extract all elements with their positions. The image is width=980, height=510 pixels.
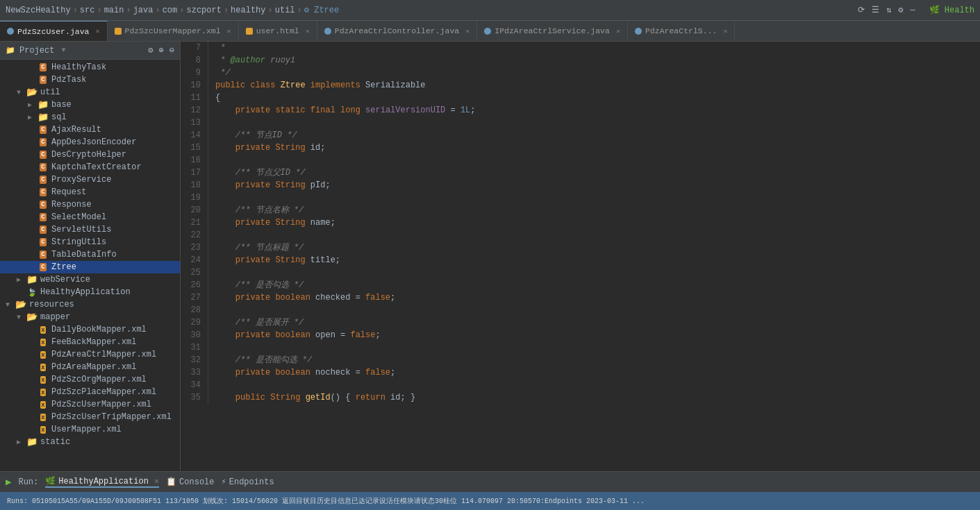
sidebar-item-Ztree[interactable]: C Ztree [0,261,180,273]
sidebar-item-static[interactable]: ▶ 📁 static [0,436,180,448]
sidebar-item-PdzSzcPlaceMapper[interactable]: X PdzSzcPlaceMapper.xml [0,386,180,398]
sidebar-item-PdzSzcUserMapper[interactable]: X PdzSzcUserMapper.xml [0,398,180,411]
sidebar-item-AjaxResult[interactable]: C AjaxResult [0,124,180,136]
line-content[interactable]: private boolean nocheck = false; [208,366,980,379]
sidebar-expand-icon[interactable]: ⊕ [159,45,164,56]
sidebar-item-resources[interactable]: ▼ 📂 resources [0,298,180,311]
sidebar-item-AppDesJsonEncoder[interactable]: C AppDesJsonEncoder [0,136,180,148]
breadcrumb-ztree[interactable]: ⚙ Ztree [304,5,339,15]
expand-icon[interactable]: ☰ [872,5,879,15]
line-content[interactable]: /** 是否勾选 */ [208,279,980,291]
line-content[interactable]: private String name; [208,216,980,229]
tree-arrow[interactable]: ▶ [17,438,26,446]
run-tab-app[interactable]: 🌿 HealthyApplication ✕ [45,476,159,488]
code-editor[interactable]: 7 * 8 * @author ruoyi9 */10public class … [181,42,980,471]
tab-user_html[interactable]: user.html✕ [239,21,317,41]
sidebar-gear-icon[interactable]: ⚙ [148,45,153,56]
tab-close-PdzSzcUserMapper[interactable]: ✕ [227,27,231,35]
tab-PdzSzcUser[interactable]: PdzSzcUser.java✕ [0,21,108,41]
sync-icon[interactable]: ⟳ [858,5,865,15]
code-line-11: 11{ [181,92,980,104]
tab-close-PdzAreaCtrlController[interactable]: ✕ [465,27,470,35]
breadcrumb-szcport[interactable]: szcport [186,6,221,15]
line-content[interactable]: private boolean open = false; [208,329,980,341]
sidebar-item-util[interactable]: ▼ 📂 util [0,86,180,99]
sidebar-item-SelectModel[interactable]: C SelectModel [0,211,180,223]
sidebar-item-FeeBackMapper[interactable]: X FeeBackMapper.xml [0,336,180,348]
sidebar-item-DesCryptoHelper[interactable]: C DesCryptoHelper [0,148,180,161]
breadcrumb-main[interactable]: main [104,6,124,15]
tab-PdzAreaCtrlController[interactable]: PdzAreaCtrlController.java✕ [317,21,477,41]
sidebar-item-PdzSzcUserTripMapper[interactable]: X PdzSzcUserTripMapper.xml [0,411,180,423]
tab-IPdzAreaCtrlService[interactable]: IPdzAreaCtrlService.java✕ [477,21,628,41]
breadcrumb-util[interactable]: util [275,6,295,15]
token: String [275,218,310,228]
line-content[interactable]: private String id; [208,142,980,154]
line-content[interactable]: /** 节点ID */ [208,129,980,142]
line-content[interactable]: /** 节点名称 */ [208,204,980,216]
line-content[interactable]: /** 节点父ID */ [208,167,980,179]
tree-arrow[interactable]: ▼ [17,314,26,321]
breadcrumb-src[interactable]: src [80,6,95,15]
tab-icon-PdzSzcUserMapper [115,28,122,35]
folder-open-icon: 📂 [15,300,26,309]
sidebar-item-Request[interactable]: C Request [0,186,180,198]
line-content[interactable]: private static final long serialVersionU… [208,104,980,117]
tab-close-PdzAreaCtrlS[interactable]: ✕ [723,27,727,35]
line-content[interactable]: public class Ztree implements Serializab… [208,79,980,92]
sidebar-item-sql[interactable]: ▶ 📁 sql [0,111,180,124]
tree-arrow[interactable]: ▶ [17,275,26,284]
line-content[interactable]: * @author ruoyi [208,54,980,67]
tree-arrow[interactable]: ▶ [28,101,38,109]
tab-PdzSzcUserMapper[interactable]: PdzSzcUserMapper.xml✕ [108,21,239,41]
sidebar-item-HealthyApplication[interactable]: 🍃 HealthyApplication [0,286,180,298]
collapse-icon[interactable]: ⇅ [886,5,891,15]
breadcrumb-project[interactable]: NewSzcHealthy [6,6,71,15]
tab-close-user_html[interactable]: ✕ [306,27,310,35]
sidebar-item-ProxyService[interactable]: C ProxyService [0,173,180,186]
run-tab-endpoints[interactable]: ⚡ Endpoints [222,477,274,487]
tree-arrow[interactable]: ▶ [28,113,38,121]
line-content[interactable]: */ [208,67,980,79]
sidebar-item-StringUtils[interactable]: C StringUtils [0,236,180,248]
sidebar-item-PdzAreaCtrlMapper[interactable]: X PdzAreaCtrlMapper.xml [0,348,180,361]
token [215,330,235,340]
settings-icon[interactable]: ⚙ [898,5,903,15]
sidebar-item-ServletUtils[interactable]: C ServletUtils [0,223,180,236]
line-content[interactable]: /** 是否能勾选 */ [208,354,980,366]
run-tab-close[interactable]: ✕ [154,476,159,486]
run-icon[interactable]: ▶ [6,476,11,488]
minimize-icon[interactable]: — [910,6,915,15]
line-content[interactable]: private boolean checked = false; [208,291,980,304]
sidebar-item-base[interactable]: ▶ 📁 base [0,99,180,111]
tree-arrow[interactable]: ▼ [17,89,26,96]
sidebar-item-HealthyTask[interactable]: C HealthyTask [0,61,180,74]
line-content[interactable]: /** 是否展开 */ [208,316,980,329]
line-content[interactable]: { [208,92,980,104]
breadcrumb-healthy[interactable]: healthy [231,6,265,15]
line-content[interactable]: * [208,42,980,54]
line-content[interactable]: private String pId; [208,179,980,192]
health-indicator: 🌿 Health [929,5,974,15]
tree-arrow[interactable]: ▼ [6,301,15,309]
sidebar-collapse-icon[interactable]: ⊖ [169,45,174,56]
sidebar-item-PdzTask[interactable]: C PdzTask [0,74,180,86]
line-content[interactable]: private String title; [208,254,980,266]
line-content[interactable]: public String getId() { return id; } [208,391,980,404]
sidebar-item-PdzAreaMapper[interactable]: X PdzAreaMapper.xml [0,361,180,373]
sidebar-item-webService[interactable]: ▶ 📁 webService [0,273,180,286]
run-tab-console[interactable]: 📋 Console [166,477,214,487]
sidebar-item-KaptchaTextCreator[interactable]: C KaptchaTextCreator [0,161,180,173]
tab-close-IPdzAreaCtrlService[interactable]: ✕ [616,27,620,35]
breadcrumb-com[interactable]: com [163,6,178,15]
tab-PdzAreaCtrlS[interactable]: PdzAreaCtrlS...✕ [628,21,736,41]
tab-close-PdzSzcUser[interactable]: ✕ [96,27,100,35]
sidebar-item-UserMapper[interactable]: X UserMapper.xml [0,423,180,436]
line-content[interactable]: /** 节点标题 */ [208,241,980,254]
sidebar-item-TableDataInfo[interactable]: C TableDataInfo [0,248,180,261]
sidebar-item-DailyBookMapper[interactable]: X DailyBookMapper.xml [0,323,180,336]
breadcrumb-java[interactable]: java [133,6,153,15]
sidebar-item-mapper[interactable]: ▼ 📂 mapper [0,311,180,323]
sidebar-item-PdzSzcOrgMapper[interactable]: X PdzSzcOrgMapper.xml [0,373,180,386]
sidebar-item-Response[interactable]: C Response [0,198,180,211]
